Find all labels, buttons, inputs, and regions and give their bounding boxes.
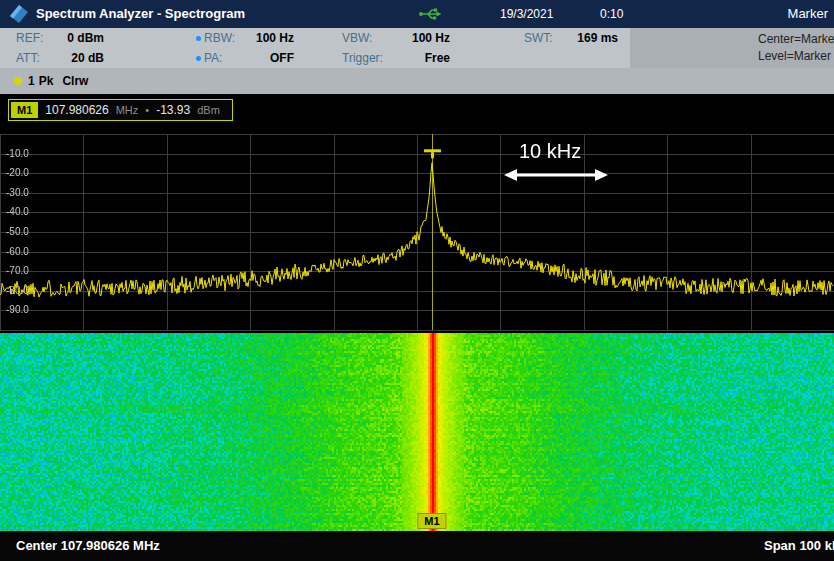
spectrogram-canvas[interactable] bbox=[0, 333, 834, 531]
trigger-label: Trigger: bbox=[342, 51, 394, 65]
spectrogram: M1 bbox=[0, 333, 834, 531]
trigger-field[interactable]: Trigger: Free bbox=[342, 48, 524, 68]
marker-function-line2: Level=Marker bbox=[758, 49, 831, 63]
rs-logo bbox=[8, 4, 30, 24]
trace-detector: Pk bbox=[39, 74, 54, 88]
spectrum-canvas[interactable] bbox=[0, 134, 834, 331]
marker-level-unit: dBm bbox=[197, 104, 220, 116]
y-axis-tick-label: -60.0 bbox=[6, 246, 29, 257]
time-display: 0:10 bbox=[600, 7, 623, 21]
att-field[interactable]: ATT: 20 dB bbox=[16, 48, 196, 68]
span-annotation-arrow-icon bbox=[504, 168, 608, 182]
bottom-bar: Center 107.980626 MHz Span 100 kHz bbox=[0, 531, 834, 561]
y-axis-tick-label: -30.0 bbox=[6, 187, 29, 198]
trace-mode: Clrw bbox=[62, 74, 88, 88]
rbw-label: RBW: bbox=[204, 31, 244, 45]
preamp-label: PA: bbox=[204, 51, 244, 65]
marker-level: -13.93 bbox=[156, 103, 190, 117]
marker-function-line1: Center=Marker bbox=[758, 32, 834, 46]
y-axis-tick-label: -80.0 bbox=[6, 285, 29, 296]
blue-dot-icon bbox=[196, 36, 201, 41]
swt-label: SWT: bbox=[524, 31, 564, 45]
topbar: Spectrum Analyzer - Spectrogram 19/3/202… bbox=[0, 0, 834, 28]
preamp-field[interactable]: PA: OFF bbox=[196, 48, 342, 68]
vbw-value: 100 Hz bbox=[394, 31, 450, 45]
y-axis-tick-label: -40.0 bbox=[6, 206, 29, 217]
ref-value: 0 dBm bbox=[60, 31, 104, 45]
vbw-label: VBW: bbox=[342, 31, 394, 45]
marker-separator: • bbox=[145, 104, 149, 116]
rbw-value: 100 Hz bbox=[244, 31, 294, 45]
y-axis-tick-label: -90.0 bbox=[6, 304, 29, 315]
span-field[interactable]: Span 100 kHz bbox=[764, 538, 834, 553]
yellow-trace-dot-icon bbox=[14, 77, 22, 85]
spectrum-plot: M1 107.980626 MHz • -13.93 dBm 10 kHz -1… bbox=[0, 94, 834, 333]
center-frequency-field[interactable]: Center 107.980626 MHz bbox=[16, 538, 160, 553]
att-label: ATT: bbox=[16, 51, 60, 65]
blue-dot-icon bbox=[196, 56, 201, 61]
trigger-value: Free bbox=[394, 51, 450, 65]
softkey-menu-title[interactable]: Marker bbox=[788, 6, 828, 21]
ref-level-field[interactable]: REF: 0 dBm bbox=[16, 28, 196, 48]
marker-readout[interactable]: M1 107.980626 MHz • -13.93 dBm bbox=[8, 99, 233, 121]
vbw-field[interactable]: VBW: 100 Hz bbox=[342, 28, 524, 48]
swt-value: 169 ms bbox=[564, 31, 618, 45]
window-title: Spectrum Analyzer - Spectrogram bbox=[36, 6, 245, 21]
spectrogram-marker-label[interactable]: M1 bbox=[417, 513, 446, 529]
screen: Spectrum Analyzer - Spectrogram 19/3/202… bbox=[0, 0, 834, 561]
marker-frequency: 107.980626 bbox=[45, 103, 108, 117]
y-axis-tick-label: -70.0 bbox=[6, 265, 29, 276]
rbw-field[interactable]: RBW: 100 Hz bbox=[196, 28, 342, 48]
ref-label: REF: bbox=[16, 31, 60, 45]
trace-indicator[interactable]: 1 Pk Clrw bbox=[0, 68, 834, 94]
trace-number: 1 bbox=[28, 74, 35, 88]
marker-chip: M1 bbox=[11, 102, 38, 118]
span-annotation: 10 kHz bbox=[519, 140, 581, 163]
usb-icon bbox=[418, 6, 442, 22]
date-display: 19/3/2021 bbox=[500, 7, 553, 21]
swt-field[interactable]: SWT: 169 ms bbox=[524, 28, 618, 48]
preamp-value: OFF bbox=[244, 51, 294, 65]
y-axis-tick-label: -10.0 bbox=[6, 148, 29, 159]
marker-function-panel: Center=Marker Level=Marker bbox=[630, 28, 834, 68]
y-axis-tick-label: -50.0 bbox=[6, 226, 29, 237]
y-axis-tick-label: -20.0 bbox=[6, 167, 29, 178]
att-value: 20 dB bbox=[60, 51, 104, 65]
marker-frequency-unit: MHz bbox=[116, 104, 139, 116]
